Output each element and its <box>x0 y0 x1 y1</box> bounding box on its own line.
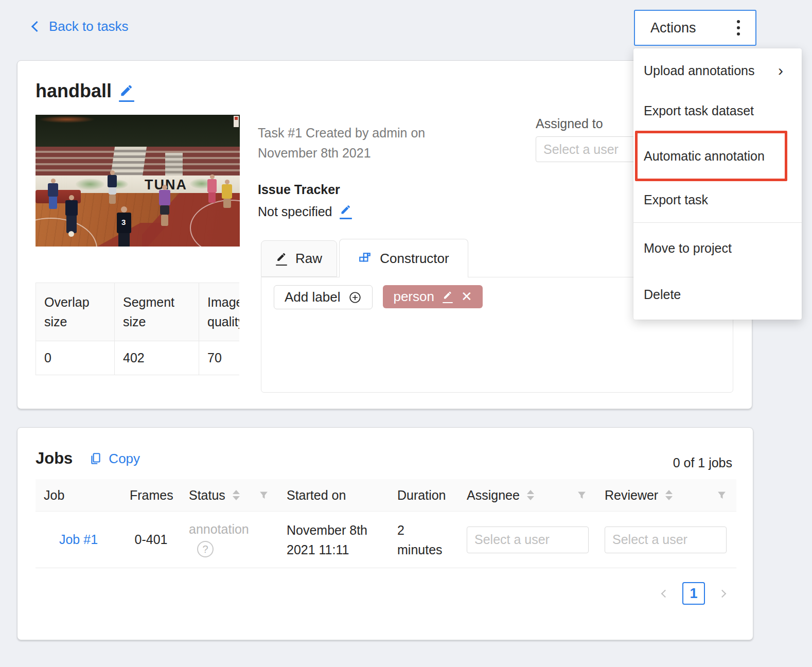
jobs-title: Jobs <box>36 449 73 468</box>
jobs-card: Jobs Copy 0 of 1 jobs Job Frames Status <box>17 427 753 640</box>
jobs-table-header: Job Frames Status Started on Duration As… <box>36 479 736 512</box>
tab-raw-label: Raw <box>295 251 322 267</box>
actions-dropdown-menu: Upload annotations › Export task dataset… <box>633 48 802 320</box>
plus-circle-icon <box>348 291 362 304</box>
job-started-on: November 8th 2021 11:11 <box>287 520 379 559</box>
tab-constructor[interactable]: Constructor <box>339 239 468 277</box>
param-header-segment: Segment size <box>115 283 199 341</box>
param-header-quality: Image quality <box>199 283 240 341</box>
menu-item-export-task[interactable]: Export task <box>633 181 802 218</box>
copy-jobs-button[interactable]: Copy <box>89 451 140 467</box>
copy-icon <box>89 452 102 465</box>
column-duration: Duration <box>389 488 458 503</box>
task-preview-image: TUNA 3 <box>36 115 240 247</box>
label-chip-person: person ✕ <box>383 285 482 308</box>
param-value-quality: 70 <box>199 341 240 375</box>
highlight-red-box: Automatic annotation <box>635 131 787 181</box>
next-page-icon[interactable] <box>719 591 725 596</box>
param-value-overlap: 0 <box>36 341 115 375</box>
submenu-arrow-icon: › <box>778 62 783 79</box>
job-frames: 0-401 <box>121 532 181 547</box>
edit-issue-tracker-icon[interactable] <box>340 204 352 219</box>
menu-item-automatic-annotation[interactable]: Automatic annotation <box>638 133 785 179</box>
job-link[interactable]: Job #1 <box>59 532 98 547</box>
menu-item-delete[interactable]: Delete <box>633 272 802 317</box>
jobs-pagination: 1 <box>662 582 725 605</box>
add-label-text: Add label <box>285 289 340 305</box>
column-status: Status <box>181 488 278 503</box>
sort-reviewer-icon[interactable] <box>665 490 673 500</box>
delete-label-icon[interactable]: ✕ <box>461 289 472 305</box>
player-figure <box>65 195 78 233</box>
sort-status-icon[interactable] <box>233 490 240 500</box>
job-duration: 2 minutes <box>397 520 445 559</box>
player-figure <box>207 174 217 203</box>
back-to-tasks-link[interactable]: Back to tasks <box>33 19 129 34</box>
raw-edit-icon <box>276 252 287 266</box>
column-assignee: Assignee <box>458 488 596 503</box>
menu-item-export-task-dataset[interactable]: Export task dataset <box>633 91 802 131</box>
column-job: Job <box>36 488 121 503</box>
help-icon[interactable]: ? <box>197 541 214 557</box>
player-figure: 3 <box>117 206 131 247</box>
player-figure <box>222 180 232 208</box>
labels-tabs: Raw Constructor <box>261 239 468 277</box>
issue-tracker-block: Issue Tracker Not specified <box>258 182 352 219</box>
prev-page-icon[interactable] <box>662 591 668 596</box>
menu-divider <box>633 222 802 223</box>
task-parameters-table: Overlap size Segment size Image quality … <box>36 283 239 375</box>
player-figure <box>108 170 117 204</box>
add-label-button[interactable]: Add label <box>274 285 373 309</box>
page-1-button[interactable]: 1 <box>682 582 705 605</box>
constructor-grid-icon <box>358 252 372 265</box>
tab-raw[interactable]: Raw <box>261 240 337 277</box>
param-header-overlap: Overlap size <box>36 283 115 341</box>
task-created-info: Task #1 Created by admin on November 8th… <box>258 123 443 163</box>
reviewer-select[interactable] <box>605 526 727 553</box>
assignee-select[interactable] <box>467 526 589 553</box>
copy-label: Copy <box>109 451 140 467</box>
issue-tracker-value: Not specified <box>258 204 332 219</box>
tab-constructor-label: Constructor <box>380 251 449 267</box>
task-title: handball <box>36 80 134 102</box>
issue-tracker-label: Issue Tracker <box>258 182 352 197</box>
player-figure <box>159 185 170 226</box>
jobs-count: 0 of 1 jobs <box>673 455 732 470</box>
more-vertical-icon <box>737 19 740 37</box>
job-row: Job #1 0-401 annotation ? November 8th 2… <box>36 512 736 568</box>
player-figure <box>48 179 58 209</box>
task-title-text: handball <box>36 80 112 102</box>
jobs-table: Job Frames Status Started on Duration As… <box>36 479 736 568</box>
column-reviewer: Reviewer <box>596 488 736 503</box>
param-value-segment: 402 <box>115 341 199 375</box>
chevron-left-icon <box>31 21 42 32</box>
actions-button-label: Actions <box>650 20 696 36</box>
menu-item-move-to-project[interactable]: Move to project <box>633 224 802 272</box>
column-frames: Frames <box>121 488 181 503</box>
column-started-on: Started on <box>278 488 389 503</box>
edit-label-icon[interactable] <box>443 291 453 303</box>
filter-status-icon[interactable] <box>259 491 268 500</box>
label-chip-text: person <box>393 289 434 305</box>
filter-assignee-icon[interactable] <box>577 491 586 500</box>
filter-reviewer-icon[interactable] <box>717 491 726 500</box>
job-status: annotation <box>189 522 249 537</box>
jersey-number: 3 <box>121 218 126 226</box>
menu-item-upload-annotations[interactable]: Upload annotations › <box>633 50 802 91</box>
sort-assignee-icon[interactable] <box>527 490 534 500</box>
back-to-tasks-label: Back to tasks <box>49 19 129 34</box>
edit-task-name-icon[interactable] <box>119 84 134 102</box>
actions-button[interactable]: Actions <box>634 10 756 46</box>
ball <box>68 231 74 237</box>
